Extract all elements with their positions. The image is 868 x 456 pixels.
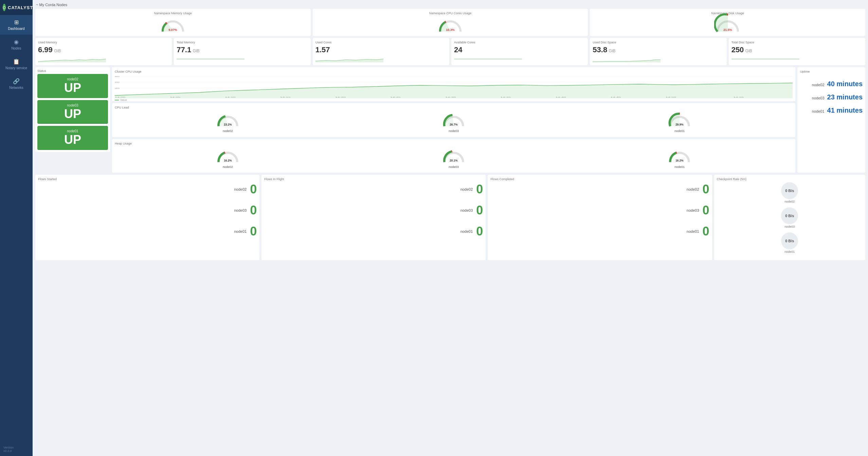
flows-inflight-items: node02 0 node03 0 node01 0 — [264, 182, 483, 239]
sidebar-item-networks[interactable]: 🔗 Networks — [0, 74, 33, 94]
status-cluster-row: Status node02 UP node03 UP node01 UP Clu… — [35, 67, 865, 173]
flows-inflight-node01: node01 0 — [264, 224, 483, 239]
main-content: ~ My Corda Nodes Namespace Memory Usage … — [33, 0, 868, 456]
status-column: Status node02 UP node03 UP node01 UP — [35, 67, 110, 173]
available-cores-title: Available Cores — [454, 41, 585, 44]
cpu-lead-node03: 26.7% node03 — [440, 111, 467, 133]
flows-row: Flows Started node02 0 node03 0 node01 0… — [35, 175, 865, 260]
version-value: v2.2.0 — [3, 449, 29, 453]
checkpoint-items: 0 B/s node02 0 B/s node03 0 B/s node01 — [717, 182, 863, 253]
flows-completed-node03: node03 0 — [490, 203, 709, 217]
flows-completed-node01: node01 0 — [490, 224, 709, 239]
logo-text: CATALYST — [8, 5, 33, 10]
svg-text:26.7%: 26.7% — [450, 123, 458, 126]
namespace-gauges-row: Namespace Memory Usage 9.07% Namespace C… — [35, 9, 865, 36]
heap-usage-gauges: 16.2% node02 20.1% node03 — [115, 147, 793, 169]
svg-text:14:10: 14:10 — [225, 97, 235, 98]
svg-text:14:20: 14:20 — [335, 97, 346, 98]
heap-usage-card: Heap Usage 16.2% node02 — [112, 139, 795, 173]
svg-text:14:55: 14:55 — [733, 97, 744, 98]
used-memory-title: Used Memory — [38, 41, 169, 44]
svg-marker-7 — [593, 60, 661, 62]
sidebar-item-nodes[interactable]: ◉ Nodes — [0, 35, 33, 54]
used-disc-title: Used Disc Space — [593, 41, 724, 44]
total-disc-card: Total Disc Space 250 GiB — [729, 38, 865, 65]
gauge-svg-cpu: 10.3% — [437, 11, 464, 38]
sparkline-svg-6 — [731, 56, 863, 62]
status-node02: node02 UP — [37, 74, 108, 98]
checkpoint-node01: 0 B/s node01 — [717, 232, 863, 253]
total-disc-title: Total Disc Space — [731, 41, 863, 44]
heap-gauge-node03: 20.1% — [440, 147, 467, 165]
status-card: Status node02 UP node03 UP node01 UP — [35, 67, 110, 152]
heap-usage-title: Heap Usage — [115, 142, 793, 145]
used-disc-value: 53.8 GiB — [593, 45, 724, 54]
flows-started-node03: node03 0 — [38, 203, 257, 217]
flows-completed-title: Flows Completed — [490, 177, 709, 181]
svg-text:60: 60 — [115, 82, 120, 83]
svg-text:14:50: 14:50 — [666, 97, 676, 98]
cpu-lead-node02: 23.2% node02 — [214, 111, 241, 133]
available-cores-value: 24 — [454, 45, 585, 54]
svg-text:9.07%: 9.07% — [169, 28, 178, 32]
heap-gauge-node02: 16.2% — [214, 147, 241, 165]
sidebar-item-dashboard-label: Dashboard — [8, 27, 25, 31]
svg-text:14:05: 14:05 — [170, 97, 180, 98]
used-disc-card: Used Disc Space 53.8 GiB — [590, 38, 726, 65]
flows-started-card: Flows Started node02 0 node03 0 node01 0 — [35, 175, 259, 260]
flows-inflight-card: Flows In Flight node02 0 node03 0 node01… — [261, 175, 486, 260]
sparkline-svg — [38, 56, 169, 62]
version-area: Version v2.2.0 — [0, 442, 33, 456]
section-title: ~ My Corda Nodes — [35, 3, 865, 7]
svg-text:80: 80 — [115, 76, 120, 77]
sidebar-item-notary-label: Notary service — [5, 66, 27, 70]
cluster-cpu-svg: 14:00 14:05 14:10 14:15 14:20 14:25 14:3… — [115, 75, 793, 98]
status-node01: node01 UP — [37, 126, 108, 150]
logo-area: ⬡ CATALYST ‹ — [0, 0, 33, 15]
checkpoint-node03: 0 B/s node03 — [717, 207, 863, 228]
sparkline-svg-5 — [593, 56, 724, 62]
sparkline-svg-3 — [315, 56, 447, 62]
cluster-cpu-card: Cluster CPU Usage 14:00 14:05 14:10 — [112, 67, 795, 101]
sidebar-item-notary[interactable]: 📋 Notary service — [0, 54, 33, 74]
uptime-title: Uptime — [800, 70, 863, 73]
total-memory-value: 77.1 GiB — [177, 45, 308, 54]
svg-text:23.2%: 23.2% — [224, 123, 232, 126]
svg-text:14:25: 14:25 — [390, 97, 401, 98]
svg-marker-12 — [115, 83, 793, 99]
gauge-svg-memory: 9.07% — [159, 11, 186, 38]
networks-icon: 🔗 — [13, 78, 20, 84]
used-disc-sparkline — [593, 56, 724, 62]
sidebar-item-networks-label: Networks — [9, 86, 23, 90]
heap-node02: 16.2% node02 — [214, 147, 241, 169]
flows-started-node01: node01 0 — [38, 224, 257, 239]
namespace-disk-gauge: 21.5% — [714, 16, 741, 33]
available-cores-sparkline — [454, 56, 585, 62]
heap-node03: 20.1% node03 — [440, 147, 467, 169]
used-memory-card: Used Memory 6.99 GiB — [35, 38, 172, 65]
total-memory-card: Total Memory 77.1 GiB — [174, 38, 310, 65]
checkpoint-rate-card: Checkpoint Rate (5m) 0 B/s node02 0 B/s … — [714, 175, 865, 260]
uptime-items: node02 40 minutes node03 23 minutes node… — [800, 80, 863, 114]
svg-text:40: 40 — [115, 88, 120, 89]
svg-text:14:30: 14:30 — [445, 97, 456, 98]
svg-text:29.9%: 29.9% — [676, 123, 684, 126]
namespace-disk-gauge-card: Namespace Disk Usage 21.5% — [590, 9, 865, 36]
middle-section: Cluster CPU Usage 14:00 14:05 14:10 — [112, 67, 795, 173]
nodes-icon: ◉ — [14, 39, 19, 45]
flows-inflight-node02: node02 0 — [264, 182, 483, 196]
flows-started-node02: node02 0 — [38, 182, 257, 196]
cpu-lead-card: CPU Lead 23.2% node02 — [112, 103, 795, 137]
namespace-cpu-gauge: 10.3% — [437, 16, 464, 33]
cpu-gauge-node03: 26.7% — [440, 111, 467, 129]
checkpoint-node02: 0 B/s node02 — [717, 182, 863, 203]
sidebar-item-dashboard[interactable]: ⊞ Dashboard — [0, 15, 33, 35]
notary-icon: 📋 — [13, 58, 20, 65]
gauge-svg-disk: 21.5% — [714, 11, 741, 38]
svg-text:10.3%: 10.3% — [446, 28, 455, 32]
svg-text:14:15: 14:15 — [280, 97, 291, 98]
sparkline-svg-4 — [454, 56, 585, 62]
logo-icon: ⬡ — [3, 4, 6, 11]
cpu-lead-gauges: 23.2% node02 26.7% node03 — [115, 111, 793, 133]
cpu-gauge-node02: 23.2% — [214, 111, 241, 129]
